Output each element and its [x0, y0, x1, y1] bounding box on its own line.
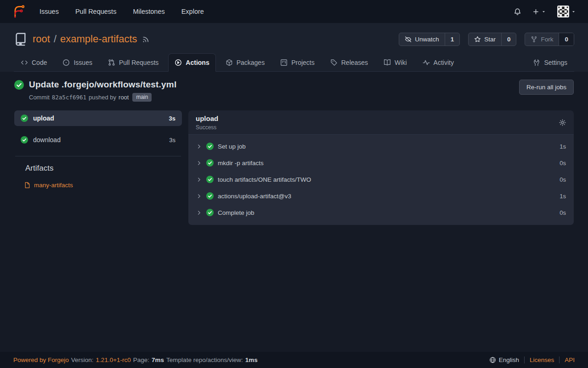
page-time-value: 7ms [152, 356, 164, 363]
nav-milestones[interactable]: Milestones [133, 8, 164, 15]
actions-run-view: Update .forgejo/workflows/test.yml Commi… [0, 72, 588, 352]
step-row-set-up-job[interactable]: Set up job 1s [188, 138, 574, 155]
step-name: Complete job [218, 209, 254, 216]
version-link[interactable]: 1.21.0+1-rc0 [96, 356, 131, 363]
user-menu-dropdown[interactable] [557, 6, 576, 17]
star-icon [474, 36, 481, 43]
repo-owner-link[interactable]: root [33, 33, 50, 45]
footer-meta: Powered by Forgejo Version: 1.21.0+1-rc0… [13, 356, 258, 363]
tab-code[interactable]: Code [15, 54, 53, 71]
tab-releases[interactable]: Releases [324, 54, 374, 71]
pull-request-icon [108, 59, 115, 66]
footer-divider [524, 356, 525, 363]
star-button[interactable]: Star [469, 33, 501, 46]
step-success-icon [206, 176, 214, 183]
pushed-by-label: pushed by [89, 94, 116, 101]
tab-issues[interactable]: Issues [57, 54, 98, 71]
step-name: actions/upload-artifact@v3 [218, 193, 291, 200]
forgejo-logo[interactable] [12, 5, 26, 18]
artifact-link-many-artifacts[interactable]: many-artifacts [24, 182, 182, 189]
notifications-bell-icon[interactable] [514, 8, 521, 16]
footer-links: English Licenses API [489, 356, 575, 363]
licenses-link[interactable]: Licenses [530, 356, 554, 363]
issue-circle-icon [62, 59, 70, 66]
tab-pull-requests[interactable]: Pull Requests [102, 54, 164, 71]
job-options-gear-icon[interactable] [559, 119, 566, 126]
committer-link[interactable]: root [119, 94, 129, 101]
step-success-icon [206, 192, 214, 200]
repo-icon [14, 32, 28, 46]
top-navbar: Issues Pull Requests Milestones Explore [0, 0, 588, 23]
nav-issues[interactable]: Issues [40, 8, 59, 15]
avatar [557, 6, 569, 17]
rss-icon[interactable] [142, 35, 150, 43]
version-label: Version: [71, 356, 94, 363]
watchers-count[interactable]: 1 [445, 33, 460, 46]
step-row-complete-job[interactable]: Complete job 0s [188, 204, 574, 221]
nav-explore[interactable]: Explore [181, 8, 204, 15]
create-new-dropdown[interactable] [532, 8, 546, 15]
project-board-icon [280, 59, 288, 66]
stars-count[interactable]: 0 [501, 33, 516, 46]
page-time-label: Page: [133, 356, 149, 363]
tools-icon [533, 59, 540, 66]
forks-count[interactable]: 0 [559, 33, 574, 46]
nav-links: Issues Pull Requests Milestones Explore [40, 8, 204, 15]
tab-wiki[interactable]: Wiki [378, 54, 413, 71]
job-duration: 3s [169, 115, 175, 122]
job-item-upload[interactable]: upload 3s [14, 110, 182, 126]
book-icon [384, 59, 391, 66]
powered-by-link[interactable]: Powered by Forgejo [13, 356, 69, 363]
file-icon [24, 182, 31, 189]
fork-button-group: Fork 0 [525, 33, 574, 46]
chevron-right-icon [196, 144, 202, 150]
chevron-right-icon [196, 193, 202, 199]
commit-sha-link[interactable]: 82a5cf6961 [52, 94, 86, 101]
play-circle-icon [175, 59, 182, 66]
job-detail-status: Success [196, 124, 218, 131]
chevron-right-icon [196, 210, 202, 216]
rerun-all-jobs-button[interactable]: Re-run all jobs [519, 80, 574, 95]
tab-projects[interactable]: Projects [274, 54, 321, 71]
commit-label: Commit [29, 94, 50, 101]
chevron-down-icon [571, 9, 576, 14]
nav-right-controls [514, 6, 576, 17]
step-success-icon [206, 143, 214, 150]
branch-badge[interactable]: main [132, 93, 152, 102]
api-link[interactable]: API [565, 356, 575, 363]
tab-packages[interactable]: Packages [220, 54, 271, 71]
chevron-down-icon [541, 9, 546, 14]
eye-slash-icon [405, 36, 412, 43]
package-icon [226, 59, 233, 66]
footer-divider [559, 356, 560, 363]
tab-actions[interactable]: Actions [168, 53, 215, 72]
run-subtitle: Commit 82a5cf6961 pushed by root main [29, 93, 176, 102]
job-item-download[interactable]: download 3s [14, 132, 182, 148]
language-selector[interactable]: English [489, 356, 519, 363]
step-row-touch-artifacts[interactable]: touch artifacts/ONE artifacts/TWO 0s [188, 171, 574, 188]
step-duration: 0s [560, 176, 566, 183]
step-name: touch artifacts/ONE artifacts/TWO [218, 176, 311, 183]
step-row-mkdir[interactable]: mkdir -p artifacts 0s [188, 155, 574, 171]
run-title: Update .forgejo/workflows/test.yml [29, 80, 176, 90]
run-success-icon [14, 80, 24, 90]
watch-button-group: Unwatch 1 [399, 33, 460, 46]
unwatch-button[interactable]: Unwatch [399, 33, 445, 46]
repo-tabs: Code Issues Pull Requests Actions [14, 53, 574, 72]
job-detail-panel: upload Success Set up job 1s [188, 110, 574, 225]
step-row-upload-artifact[interactable]: actions/upload-artifact@v3 1s [188, 188, 574, 204]
nav-pull-requests[interactable]: Pull Requests [75, 8, 116, 15]
template-time-value: 1ms [245, 356, 258, 363]
tag-icon [330, 59, 338, 66]
tab-activity[interactable]: Activity [417, 54, 460, 71]
repo-breadcrumb: root / example-artifacts [33, 33, 137, 45]
job-name: download [33, 136, 61, 144]
job-detail-header: upload Success [188, 110, 574, 135]
step-name: Set up job [218, 143, 246, 150]
plus-icon [532, 8, 539, 15]
chevron-right-icon [196, 160, 202, 166]
repo-name-link[interactable]: example-artifacts [60, 33, 137, 45]
job-success-icon [21, 136, 28, 144]
tab-settings[interactable]: Settings [527, 54, 573, 71]
fork-button: Fork [525, 33, 559, 46]
